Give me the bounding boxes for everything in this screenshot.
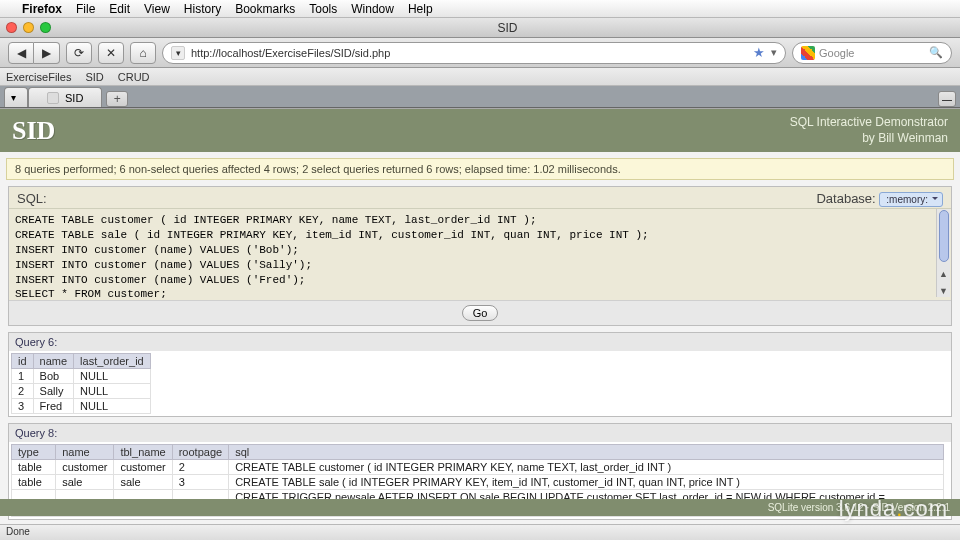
cell: Fred	[33, 399, 74, 414]
cell: 3	[12, 399, 34, 414]
mac-menubar: Firefox File Edit View History Bookmarks…	[0, 0, 960, 18]
search-icon[interactable]: 🔍	[929, 46, 943, 59]
window-titlebar: SID	[0, 18, 960, 38]
subtitle-1: SQL Interactive Demonstrator	[790, 115, 948, 131]
url-text: http://localhost/ExerciseFiles/SID/sid.p…	[191, 47, 390, 59]
cell: CREATE TABLE customer ( id INTEGER PRIMA…	[229, 460, 943, 475]
menu-help[interactable]: Help	[408, 2, 433, 16]
go-button[interactable]: Go	[462, 305, 499, 321]
col-last: last_order_id	[74, 354, 151, 369]
search-box[interactable]: Google 🔍	[792, 42, 952, 64]
traffic-lights	[6, 22, 51, 33]
menu-window[interactable]: Window	[351, 2, 394, 16]
browser-toolbar: ◀ ▶ ⟳ ✕ ⌂ ▾ http://localhost/ExerciseFil…	[0, 38, 960, 68]
menu-file[interactable]: File	[76, 2, 95, 16]
cell: 2	[172, 460, 228, 475]
cell: 2	[12, 384, 34, 399]
subtitle-2: by Bill Weinman	[790, 131, 948, 147]
cell: 1	[12, 369, 34, 384]
home-button[interactable]: ⌂	[130, 42, 156, 64]
close-icon[interactable]	[6, 22, 17, 33]
listall-icon: ▾	[11, 92, 16, 103]
query6-table: id name last_order_id 1BobNULL 2SallyNUL…	[11, 353, 151, 414]
app-title: SID	[12, 116, 55, 146]
cell: table	[12, 460, 56, 475]
table-row: tablesalesale3CREATE TABLE sale ( id INT…	[12, 475, 944, 490]
go-bar: Go	[9, 300, 951, 325]
nav-buttons: ◀ ▶	[8, 42, 60, 64]
sql-header: SQL: Database: :memory:	[9, 187, 951, 208]
menu-view[interactable]: View	[144, 2, 170, 16]
bookmarks-toolbar: ExerciseFiles SID CRUD	[0, 68, 960, 86]
page-content: SID SQL Interactive Demonstrator by Bill…	[0, 108, 960, 528]
table-row: 1BobNULL	[12, 369, 151, 384]
col-sql: sql	[229, 445, 943, 460]
menu-app[interactable]: Firefox	[22, 2, 62, 16]
cell: Sally	[33, 384, 74, 399]
col-tblname: tbl_name	[114, 445, 172, 460]
search-placeholder: Google	[819, 47, 854, 59]
table-header-row: id name last_order_id	[12, 354, 151, 369]
table-header-row: type name tbl_name rootpage sql	[12, 445, 944, 460]
table-row: tablecustomercustomer2CREATE TABLE custo…	[12, 460, 944, 475]
scrollbar[interactable]: ▲ ▼	[936, 209, 950, 297]
cell: Bob	[33, 369, 74, 384]
bookmark-link[interactable]: ExerciseFiles	[6, 71, 71, 83]
reload-button[interactable]: ⟳	[66, 42, 92, 64]
url-bar[interactable]: ▾ http://localhost/ExerciseFiles/SID/sid…	[162, 42, 786, 64]
tabstrip-menu-button[interactable]: —	[938, 91, 956, 107]
db-selector[interactable]: :memory:	[879, 192, 943, 207]
app-header: SID SQL Interactive Demonstrator by Bill…	[0, 109, 960, 152]
zoom-icon[interactable]	[40, 22, 51, 33]
bookmark-link[interactable]: CRUD	[118, 71, 150, 83]
back-button[interactable]: ◀	[8, 42, 34, 64]
status-message: 8 queries performed; 6 non-select querie…	[6, 158, 954, 180]
col-type: type	[12, 445, 56, 460]
table-row: 3FredNULL	[12, 399, 151, 414]
version-bar: SQLite version 3.6.12 · SID Version 2.2.…	[0, 499, 960, 516]
scrollbar-thumb[interactable]	[939, 210, 949, 262]
cell: customer	[114, 460, 172, 475]
tab-listall[interactable]: ▾	[4, 87, 28, 107]
tab-active[interactable]: SID	[28, 87, 102, 107]
browser-window: SID ◀ ▶ ⟳ ✕ ⌂ ▾ http://localhost/Exercis…	[0, 18, 960, 528]
sql-label: SQL:	[17, 191, 47, 206]
menu-bookmarks[interactable]: Bookmarks	[235, 2, 295, 16]
cell: sale	[114, 475, 172, 490]
stop-button[interactable]: ✕	[98, 42, 124, 64]
bookmark-star-icon[interactable]: ★	[753, 45, 765, 60]
sql-block: SQL: Database: :memory: ▲ ▼ Go	[8, 186, 952, 326]
cell: customer	[56, 460, 114, 475]
dropdown-icon[interactable]: ▾	[771, 46, 777, 59]
cell: sale	[56, 475, 114, 490]
cell: CREATE TABLE sale ( id INTEGER PRIMARY K…	[229, 475, 943, 490]
col-id: id	[12, 354, 34, 369]
tab-label: SID	[65, 92, 83, 104]
browser-statusbar: Done	[0, 524, 960, 540]
cell: 3	[172, 475, 228, 490]
site-favicon-icon: ▾	[171, 46, 185, 60]
sql-textarea[interactable]	[9, 208, 951, 298]
scroll-up-icon[interactable]: ▲	[939, 269, 948, 279]
google-icon	[801, 46, 815, 60]
menu-history[interactable]: History	[184, 2, 221, 16]
menu-edit[interactable]: Edit	[109, 2, 130, 16]
cell-null: NULL	[74, 399, 151, 414]
tab-favicon-icon	[47, 92, 59, 104]
col-name: name	[33, 354, 74, 369]
col-name: name	[56, 445, 114, 460]
menu-tools[interactable]: Tools	[309, 2, 337, 16]
query8-title: Query 8:	[9, 424, 951, 442]
new-tab-button[interactable]: +	[106, 91, 128, 107]
bookmark-link[interactable]: SID	[85, 71, 103, 83]
forward-button[interactable]: ▶	[34, 42, 60, 64]
db-selector-wrap: Database: :memory:	[816, 191, 943, 206]
minimize-icon[interactable]	[23, 22, 34, 33]
cell-null: NULL	[74, 384, 151, 399]
query6-block: Query 6: id name last_order_id 1BobNULL …	[8, 332, 952, 417]
scroll-down-icon[interactable]: ▼	[939, 286, 948, 296]
cell: table	[12, 475, 56, 490]
app-subtitle: SQL Interactive Demonstrator by Bill Wei…	[790, 115, 948, 146]
tab-strip: ▾ SID + —	[0, 86, 960, 108]
query6-title: Query 6:	[9, 333, 951, 351]
